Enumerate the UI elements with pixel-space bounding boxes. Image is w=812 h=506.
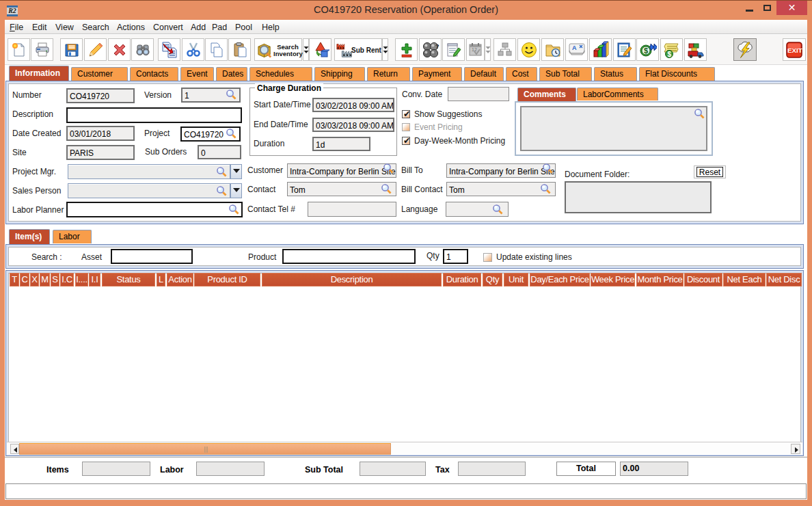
svg-text:$: $ xyxy=(644,46,648,55)
svg-text:A: A xyxy=(572,44,577,51)
svg-text:$: $ xyxy=(667,50,671,57)
svg-text:?: ? xyxy=(435,43,439,50)
svg-text:EXIT: EXIT xyxy=(787,46,802,54)
svg-text:12: 12 xyxy=(472,47,477,52)
